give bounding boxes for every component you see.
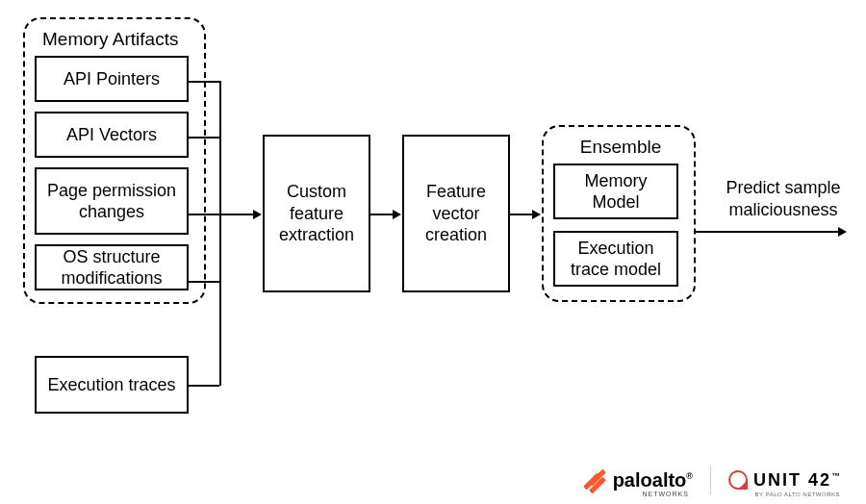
paloalto-logo: paloalto® NETWORKS [584,469,693,491]
arrowhead-icon [838,227,847,237]
tm-mark: ™ [831,471,842,481]
box-feature-vector: Feature vector creation [402,135,510,292]
conn [189,137,219,139]
paloalto-subtext: NETWORKS [643,491,689,497]
box-execution-traces: Execution traces [35,356,189,414]
paloalto-text: paloalto [613,469,687,491]
box-api-pointers: API Pointers [35,56,189,102]
reg-mark: ® [686,471,693,481]
ensemble-stack: Memory Model Execution trace model [553,164,684,287]
unit42-subtext: BY PALO ALTO NETWORKS [755,491,840,497]
footer-logos: paloalto® NETWORKS UNIT 42™ BY PALO ALTO… [584,466,842,494]
conn [189,214,235,215]
arrowhead-icon [532,210,541,219]
conn [189,385,219,387]
arrowhead-icon [393,210,401,219]
memory-artifacts-group: Memory Artifacts API Pointers API Vector… [23,17,206,304]
conn [696,231,840,233]
box-feature-extraction: Custom feature extraction [263,135,370,292]
unit42-icon [728,470,748,490]
logo-divider [710,466,711,494]
memory-artifacts-stack: API Pointers API Vectors Page permission… [35,56,194,290]
arrowhead-icon [253,210,262,219]
paloalto-icon [584,469,605,491]
box-exec-trace-model: Execution trace model [553,231,678,287]
box-os-structure: OS structure modifications [35,244,189,290]
box-api-vectors: API Vectors [35,112,189,158]
unit42-logo: UNIT 42™ BY PALO ALTO NETWORKS [728,470,842,491]
output-label: Predict sample maliciousness [716,177,851,220]
memory-artifacts-title: Memory Artifacts [35,27,194,56]
conn [189,81,219,83]
conn-bus [219,81,221,386]
ensemble-group: Ensemble Memory Model Execution trace mo… [542,125,696,302]
ensemble-title: Ensemble [553,135,684,164]
conn [235,214,255,215]
flow-diagram: Memory Artifacts API Pointers API Vector… [0,0,866,462]
box-page-permission: Page permission changes [35,167,189,235]
conn [189,281,219,283]
box-memory-model: Memory Model [553,164,678,219]
conn [510,214,534,215]
conn [370,214,395,215]
unit42-text: UNIT 42 [753,470,831,490]
